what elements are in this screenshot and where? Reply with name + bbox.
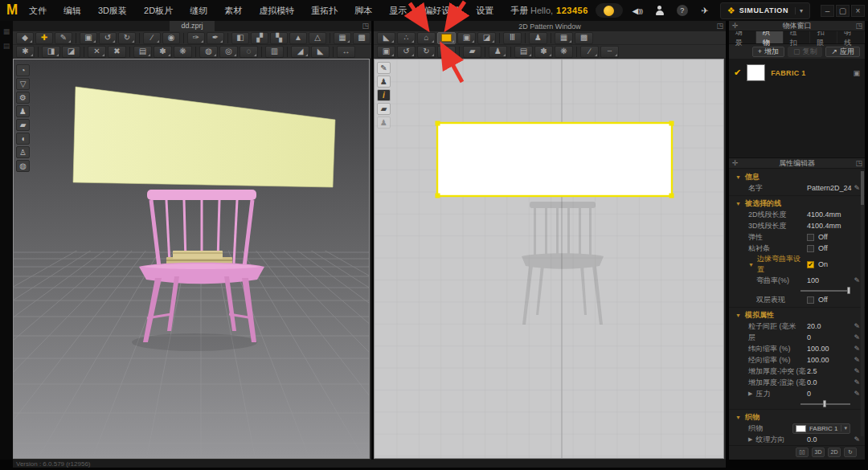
dock-library-icon[interactable]: ▦ [2,27,11,35]
button-tool[interactable]: ◍ [199,46,218,58]
fabric-select-dropdown[interactable]: FABRIC 1▾ [792,423,850,434]
popout-icon[interactable]: ◳ [855,159,862,167]
show-gizmo-icon[interactable]: ⚙ [16,92,30,104]
edit-pencil-icon[interactable]: ✎ [850,367,860,375]
2d-viewport[interactable]: ✎♟i▰♟ [374,59,724,459]
pressure-slider[interactable] [800,403,850,405]
edit-pencil-icon[interactable]: ✎ [850,333,860,341]
pen-edit-icon[interactable]: ✎ [377,62,391,74]
pin-icon[interactable]: ✛ [732,22,739,30]
pen-3d-tool[interactable]: ✎ [55,32,72,44]
split-view-button[interactable]: ▯▯ [796,448,809,457]
edit-pencil-icon[interactable]: ✎ [850,435,860,443]
grid-tool[interactable]: ▦ [334,32,351,44]
remove-garment-tool[interactable]: ◪ [62,46,80,58]
garment-off-icon[interactable]: ♟ [377,116,391,129]
rearrange-cw-tool[interactable]: ↻ [118,32,136,44]
edge-curvature-setting-checkbox[interactable]: ✔ [807,261,814,268]
menu-item-3[interactable]: 3D服装 [98,5,127,17]
menu-item-11[interactable]: 偏好设置 [424,5,459,17]
menu-item-4[interactable]: 2D板片 [144,5,173,17]
internal-rectangle-tool[interactable]: ▣ [457,32,476,44]
show-avatar-icon[interactable]: ♟ [16,105,30,117]
menu-item-8[interactable]: 重拓扑 [311,5,338,17]
rearrange-ccw-tool[interactable]: ↺ [397,46,416,58]
fabric-texture-tool[interactable]: ▤ [133,46,152,58]
edit-pencil-icon[interactable]: ✎ [850,322,860,330]
rearrange-cw-tool[interactable]: ↻ [417,46,436,58]
refresh-button[interactable]: ↻ [844,448,857,457]
restore-button[interactable]: ▢ [836,5,850,17]
popout-icon[interactable]: ◳ [855,22,862,30]
show-mannequin-icon[interactable]: ♙ [16,146,30,158]
section-fabric[interactable]: ▼织物 [729,411,865,423]
fabric-swatch[interactable] [747,64,765,81]
select-gizmo-tool[interactable]: ◆ [16,32,34,44]
transform-pattern-tool[interactable]: ◣ [377,32,395,44]
popout-icon[interactable]: ◳ [716,22,723,30]
sewing-tool[interactable]: ∕ [143,32,161,44]
sound-button[interactable]: ◀))) [629,3,645,18]
curvature-percent-slider-thumb[interactable] [847,287,850,294]
project-tab[interactable]: dd.zprj [170,21,214,31]
menu-item-1[interactable]: 文件 [29,5,47,17]
grid-dense-tool[interactable]: ▩ [575,32,593,44]
reset-2d-arrangement-tool[interactable]: ▣ [377,46,395,58]
delete-stitch-tool[interactable]: ✕ [88,46,106,58]
dock-history-icon[interactable]: ▤ [2,42,11,50]
close-button[interactable]: × [851,5,865,17]
edit-pencil-icon[interactable]: ✎ [850,184,860,192]
paint-bucket-tool[interactable]: ◧ [231,32,249,44]
curvature-percent-slider[interactable] [800,290,850,292]
menu-item-7[interactable]: 虚拟模特 [259,5,294,17]
fabric-edit-icon[interactable]: ▣ [853,69,860,77]
measure-tool[interactable]: ↔ [337,46,355,58]
camera-sync-tool[interactable]: ◉ [162,32,180,44]
popout-icon[interactable]: ◳ [362,22,369,30]
fold-arrangement-tool[interactable]: ✒ [207,32,224,44]
section-simulation-properties[interactable]: ▼模拟属性 [729,309,865,321]
show-garment-icon[interactable]: ▽ [16,78,30,90]
edit-pencil-icon[interactable]: ✎ [850,345,860,353]
sync-coin-button[interactable] [596,3,623,18]
section-info[interactable]: ▼信息 [729,171,865,182]
pattern-pin-icon[interactable]: ♟ [377,76,391,88]
view-2d-button[interactable]: 2D [828,448,841,457]
padding-board-tool[interactable]: ▥ [265,46,284,58]
magnet-tool[interactable]: ◌ [437,46,456,58]
pleats-tool[interactable]: Ⅲ [503,32,522,44]
fabric-texture-tool[interactable]: ▤ [514,46,533,58]
menu-item-12[interactable]: 设置 [476,5,493,17]
pattern-piece[interactable] [436,121,674,198]
show-world-icon[interactable]: ◍ [16,160,30,172]
seamline-tool[interactable]: ∕ [580,46,599,58]
delete-all-stitch-tool[interactable]: ✖ [108,46,126,58]
fit-garment-tool[interactable]: ◨ [42,46,60,58]
account-button[interactable] [652,3,668,18]
show-shade-icon[interactable]: ◖ [16,133,30,145]
simulation-button[interactable]: ❖ SIMULATION ▾ [720,2,810,19]
grid-dense-tool[interactable]: ▩ [353,32,371,44]
buttonhole-tool[interactable]: ◎ [219,46,238,58]
tab-scene[interactable]: 场景 [729,31,756,43]
menu-item-6[interactable]: 素材 [224,5,242,17]
dart-tool[interactable]: ◪ [477,32,496,44]
move-tool[interactable]: ✚ [35,32,53,44]
add-button[interactable]: +增加 [752,47,784,57]
pressure-slider-thumb[interactable] [823,400,826,407]
check-icon[interactable]: ✔ [734,67,741,78]
scrollbar[interactable] [861,171,864,436]
flatten-tool[interactable]: ✽ [534,46,553,58]
arrange-pair-tool[interactable]: ▞ [251,32,268,44]
polygon-tool[interactable]: ⌂ [417,32,436,44]
edit-pencil-icon[interactable]: ✎ [850,378,860,386]
info-icon[interactable]: i [377,89,391,101]
simulation-caret-icon[interactable]: ▾ [795,7,803,14]
menu-item-10[interactable]: 显示 [389,5,407,17]
menu-item-9[interactable]: 脚本 [354,5,372,17]
minimize-button[interactable]: – [821,5,834,17]
brand-wing-button[interactable]: ✈ [697,3,713,18]
rectangle-tool[interactable] [437,32,456,44]
slope-a-tool[interactable]: ◢ [291,46,309,58]
pin-icon[interactable]: ✛ [732,159,739,167]
